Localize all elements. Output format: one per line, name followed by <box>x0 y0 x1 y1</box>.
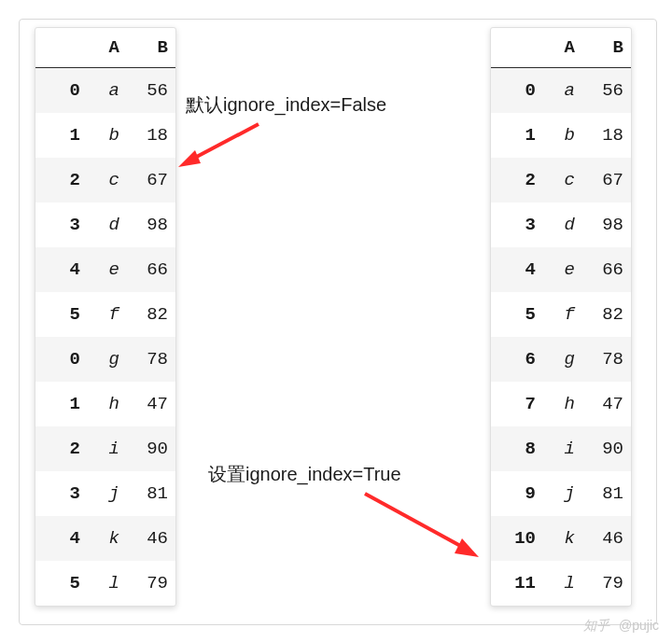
svg-line-2 <box>365 494 464 548</box>
cell-B: 82 <box>582 292 631 337</box>
col-header-B: B <box>582 28 631 68</box>
table-row: 7h47 <box>491 382 631 426</box>
cell-A: a <box>543 68 582 114</box>
cell-A: c <box>543 158 582 202</box>
cell-B: 46 <box>582 516 631 561</box>
row-index: 5 <box>35 292 88 337</box>
cell-B: 78 <box>582 337 631 382</box>
cell-A: b <box>543 113 582 158</box>
table-row: 1h47 <box>35 382 175 426</box>
cell-A: g <box>88 337 127 382</box>
table-row: 4e66 <box>491 247 631 292</box>
row-index: 11 <box>491 561 543 606</box>
table-row: 9j81 <box>491 471 631 516</box>
cell-A: k <box>88 516 127 561</box>
svg-marker-1 <box>178 150 201 167</box>
index-header <box>35 28 88 68</box>
col-header-B: B <box>127 28 175 68</box>
row-index: 10 <box>491 516 543 561</box>
caption-ignore-index-true: 设置ignore_index=True <box>208 462 401 487</box>
cell-A: l <box>543 561 582 606</box>
table-row: 0a56 <box>35 68 175 114</box>
cell-B: 56 <box>127 68 175 114</box>
cell-B: 67 <box>582 158 631 202</box>
row-index: 5 <box>35 561 88 606</box>
table-row: 4k46 <box>35 516 175 561</box>
cell-B: 47 <box>127 382 175 426</box>
dataframe-left: A B 0a561b182c673d984e665f820g781h472i90… <box>35 27 176 607</box>
cell-A: f <box>88 292 127 337</box>
cell-B: 79 <box>582 561 631 606</box>
svg-line-0 <box>191 124 259 160</box>
cell-A: e <box>543 247 582 292</box>
cell-B: 98 <box>582 202 631 247</box>
cell-A: j <box>88 471 127 516</box>
cell-A: l <box>88 561 127 606</box>
col-header-A: A <box>88 28 127 68</box>
cell-B: 18 <box>582 113 631 158</box>
row-index: 2 <box>35 158 88 202</box>
table-row: 1b18 <box>491 113 631 158</box>
table-row: 8i90 <box>491 426 631 471</box>
row-index: 0 <box>35 337 88 382</box>
row-index: 4 <box>491 247 543 292</box>
row-index: 3 <box>35 471 88 516</box>
row-index: 2 <box>491 158 543 202</box>
cell-A: d <box>88 202 127 247</box>
row-index: 1 <box>35 382 88 426</box>
cell-A: b <box>88 113 127 158</box>
table-row: 2i90 <box>35 426 175 471</box>
cell-A: k <box>543 516 582 561</box>
table-row: 0a56 <box>491 68 631 114</box>
cell-A: c <box>88 158 127 202</box>
table-row: 3d98 <box>35 202 175 247</box>
page-frame: A B 0a561b182c673d984e665f820g781h472i90… <box>19 19 657 625</box>
row-index: 3 <box>491 202 543 247</box>
index-header <box>491 28 543 68</box>
row-index: 4 <box>35 247 88 292</box>
cell-B: 98 <box>127 202 175 247</box>
table-row: 1b18 <box>35 113 175 158</box>
row-index: 5 <box>491 292 543 337</box>
cell-B: 81 <box>582 471 631 516</box>
arrow-icon <box>354 486 494 570</box>
table-row: 10k46 <box>491 516 631 561</box>
table-row: 0g78 <box>35 337 175 382</box>
cell-B: 47 <box>582 382 631 426</box>
table-body-left: 0a561b182c673d984e665f820g781h472i903j81… <box>35 68 175 607</box>
cell-B: 78 <box>127 337 175 382</box>
col-header-A: A <box>543 28 582 68</box>
table-row: 2c67 <box>35 158 175 202</box>
table-row: 5f82 <box>35 292 175 337</box>
row-index: 9 <box>491 471 543 516</box>
cell-B: 90 <box>127 426 175 471</box>
table-row: 6g78 <box>491 337 631 382</box>
cell-B: 66 <box>582 247 631 292</box>
cell-B: 81 <box>127 471 175 516</box>
table-row: 11l79 <box>491 561 631 606</box>
cell-B: 90 <box>582 426 631 471</box>
watermark: 知乎 @pujic <box>583 618 659 635</box>
cell-A: d <box>543 202 582 247</box>
row-index: 0 <box>35 68 88 114</box>
cell-A: h <box>88 382 127 426</box>
cell-A: i <box>88 426 127 471</box>
table-body-right: 0a561b182c673d984e665f826g787h478i909j81… <box>491 68 631 607</box>
row-index: 4 <box>35 516 88 561</box>
cell-A: g <box>543 337 582 382</box>
table-row: 3d98 <box>491 202 631 247</box>
cell-A: j <box>543 471 582 516</box>
row-index: 8 <box>491 426 543 471</box>
watermark-site: 知乎 <box>583 618 609 633</box>
cell-A: i <box>543 426 582 471</box>
dataframe-right: A B 0a561b182c673d984e665f826g787h478i90… <box>490 27 632 607</box>
row-index: 1 <box>491 113 543 158</box>
row-index: 7 <box>491 382 543 426</box>
caption-ignore-index-false: 默认ignore_index=False <box>186 92 386 118</box>
table-row: 5l79 <box>35 561 175 606</box>
table-row: 3j81 <box>35 471 175 516</box>
row-index: 3 <box>35 202 88 247</box>
watermark-user: @pujic <box>619 618 659 633</box>
row-index: 1 <box>35 113 88 158</box>
cell-A: a <box>88 68 127 114</box>
